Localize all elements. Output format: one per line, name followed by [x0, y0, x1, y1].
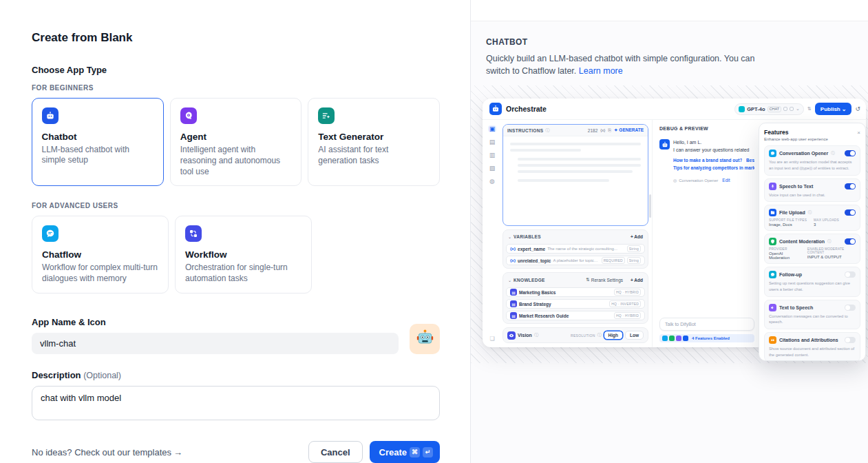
create-form-pane: Create from Blank Choose App Type FOR BE… [0, 0, 470, 463]
dataset-icon: ▤ [510, 312, 517, 319]
knowledge-row: ▤ Marketing Basics HQ · HYBRID [506, 287, 645, 297]
preview-vision-row: Vision ⓘ RESOLUTION ⓘ High Low [502, 327, 648, 343]
edit-link: Edit [722, 178, 730, 183]
info-icon: ⓘ [597, 332, 602, 338]
folder-icon [769, 209, 776, 216]
advanced-app-types: Chatflow Workflow for complex multi-turn… [32, 216, 440, 294]
chatbot-icon [42, 107, 59, 124]
chatflow-icon [42, 225, 59, 242]
app-type-name: Chatflow [42, 249, 158, 260]
text-generator-icon [318, 107, 335, 124]
page-title: Create from Blank [32, 31, 440, 45]
info-icon: ⓘ [831, 151, 835, 156]
quote-icon [769, 336, 776, 344]
info-icon: ⓘ [827, 239, 832, 244]
create-app-modal: Create from Blank Choose App Type FOR BE… [0, 0, 868, 463]
advanced-section-label: FOR ADVANCED USERS [32, 202, 440, 209]
info-icon: ⓘ [534, 332, 538, 338]
type-badge: String [627, 257, 641, 264]
suggestion-link: Tips for analyzing competitors in market [673, 164, 754, 172]
eye-icon [507, 331, 516, 340]
dataset-icon: ▤ [510, 289, 517, 296]
knowledge-row: ▤ Market Research Guide HQ · HYBRID [506, 311, 645, 320]
preview-side-rail: ▣ ▤ ▥ ▧ ◍ ❏ [483, 120, 502, 347]
choose-app-type-label: Choose App Type [32, 65, 440, 75]
shield-icon [769, 238, 776, 245]
app-type-name: Workflow [185, 249, 301, 260]
app-type-desc: Intelligent agent with reasoning and aut… [180, 145, 292, 177]
feature-item-follow-up: Follow-up Setting up next questions sugg… [764, 267, 860, 296]
app-type-desc: LLM-based chatbot with simple setup [42, 145, 154, 167]
app-type-desc: Workflow for complex multi-turn dialogue… [42, 263, 158, 285]
feature-item-citations: Citations and Attributions Show source d… [764, 332, 860, 361]
toggle-off [845, 337, 856, 343]
feature-dot-icon [669, 336, 675, 341]
chevron-down-icon: ⌄ [508, 278, 511, 282]
preview-knowledge-panel: ⌄ KNOWLEDGE ⇅Rerank Settings + Add ▤ Mar… [502, 272, 648, 324]
preview-config-column: INSTRUCTIONS ⓘ 2182 {x} ⎘ ✦ GENERATE [502, 120, 652, 347]
app-name-section: App Name & Icon [32, 294, 440, 354]
chevron-down-icon: ⌄ [796, 106, 800, 112]
opener-icon: ◎ [673, 178, 677, 183]
scrollbar-thumb [649, 194, 651, 218]
toggle-on [845, 238, 856, 245]
create-button[interactable]: Create ⌘ ↵ [370, 441, 440, 463]
preview-publish-button: Publish⌄ [815, 103, 852, 115]
enter-key-icon: ↵ [423, 447, 433, 457]
app-type-card-agent[interactable]: Agent Intelligent agent with reasoning a… [170, 98, 302, 186]
variable-row: {x} expert_name The name of the strategi… [506, 244, 645, 254]
vision-icon [790, 107, 794, 111]
app-type-card-workflow[interactable]: Workflow Orchestration for single-turn a… [175, 216, 312, 294]
app-type-card-text-generator[interactable]: Text Generator AI assistant for text gen… [308, 98, 440, 186]
rerank-icon: ⇅ [586, 277, 589, 282]
app-type-name: Text Generator [318, 132, 430, 142]
variables-icon: {x} [600, 128, 605, 132]
feature-item-content-moderation: Content Moderation ⓘ PROVIDEROpenAI Mode… [764, 234, 860, 264]
preview-topbar: Orchestrate GPT-4o CHAT ⌄ ⇅ [483, 99, 866, 119]
instructions-skeleton-text [503, 136, 648, 192]
app-type-card-chatflow[interactable]: Chatflow Workflow for complex multi-turn… [32, 216, 169, 294]
agent-icon [180, 107, 197, 124]
description-input[interactable]: chat with vllm model [32, 386, 440, 420]
add-variable-button: + Add [631, 234, 643, 239]
add-knowledge-button: + Add [631, 278, 643, 282]
resolution-low-chip: Low [625, 331, 644, 340]
learn-more-link[interactable]: Learn more [579, 66, 623, 76]
feature-item-conversation-opener: Conversation Opener ⓘ You are an entity … [764, 145, 860, 175]
app-icon-picker[interactable] [410, 324, 440, 354]
robot-emoji-icon [416, 329, 434, 350]
beginner-app-types: Chatbot LLM-based chatbot with simple se… [32, 98, 440, 186]
type-badge: String [627, 245, 641, 252]
suggestion-link: How to make a brand stand out? [673, 156, 742, 164]
templates-link[interactable]: No ideas? Check out our templates→ [32, 447, 182, 457]
info-icon: ⓘ [808, 210, 812, 215]
generate-button: ✦ GENERATE [614, 127, 644, 133]
app-type-name: Agent [180, 132, 292, 142]
toggle-off [845, 305, 856, 311]
history-icon: ↺ [855, 105, 860, 112]
resolution-high-chip: High [604, 331, 623, 340]
feature-dot-icon [676, 336, 681, 341]
chevron-down-icon: ⌄ [508, 234, 511, 239]
info-icon: ⓘ [545, 127, 549, 134]
model-provider-icon [739, 106, 745, 112]
cmd-key-icon: ⌘ [410, 447, 420, 457]
collapse-icon: ❏ [489, 336, 494, 342]
app-type-name: Chatbot [42, 132, 154, 142]
index-badge: HQ · INVERTED [609, 300, 641, 307]
speaker-icon [769, 304, 776, 311]
app-type-description: Quickly build an LLM-based chatbot with … [486, 52, 756, 77]
app-preview-illustration: Orchestrate GPT-4o CHAT ⌄ ⇅ [471, 85, 868, 363]
feature-item-file-upload: File Upload ⓘ SUPPORT FILE TYPESImage, D… [764, 205, 860, 231]
app-type-card-chatbot[interactable]: Chatbot LLM-based chatbot with simple se… [32, 98, 164, 186]
beginners-section-label: FOR BEGINNERS [32, 84, 440, 92]
app-type-desc: Orchestration for single-turn automation… [185, 263, 301, 285]
suggestion-link: Bes [746, 156, 754, 164]
index-badge: HQ · HYBRID [614, 312, 641, 319]
required-badge: REQUIRED [602, 257, 625, 264]
rail-docs-icon: ▧ [489, 165, 496, 172]
knowledge-row: ▤ Brand Strategy HQ · INVERTED [506, 299, 645, 309]
cancel-button[interactable]: Cancel [308, 441, 363, 463]
app-name-input[interactable] [32, 333, 399, 354]
feature-dot-icon [683, 336, 688, 341]
